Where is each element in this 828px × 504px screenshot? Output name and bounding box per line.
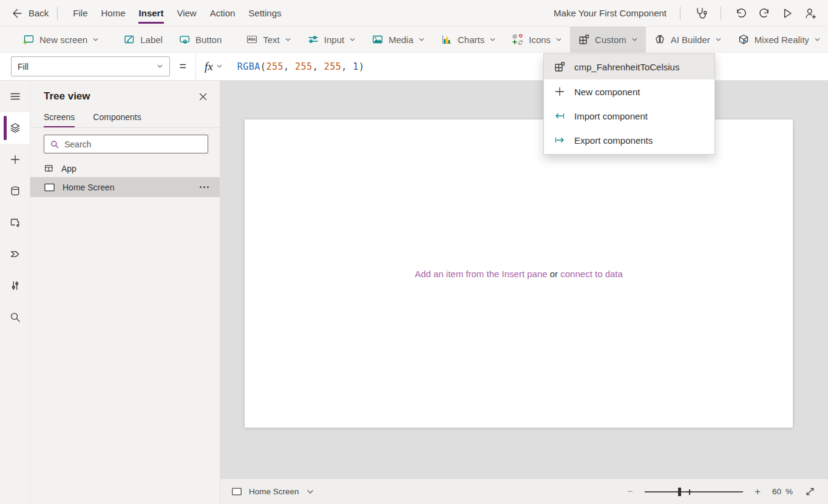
- rail-media-button[interactable]: [0, 207, 30, 238]
- connect-to-data-link[interactable]: connect to data: [560, 269, 623, 279]
- menu-action[interactable]: Action: [203, 0, 242, 27]
- canvas-column: Add an item from the Insert pane or conn…: [220, 81, 828, 504]
- rail-hamburger-button[interactable]: [0, 81, 30, 112]
- app-icon: [44, 163, 54, 173]
- menu-item-new-component[interactable]: New component: [544, 79, 714, 104]
- plus-icon: [9, 153, 21, 166]
- chevron-down-icon: [216, 63, 223, 70]
- new-screen-button[interactable]: New screen: [15, 27, 107, 53]
- formula-text[interactable]: RGBA(255, 255, 255, 1): [237, 61, 365, 72]
- ribbon-label: Icons: [529, 35, 551, 45]
- tree-tabs: Screens Components: [30, 102, 220, 128]
- button-button[interactable]: Button: [171, 27, 229, 53]
- menu-item-label: Import component: [574, 111, 648, 121]
- zoom-in-button[interactable]: +: [755, 486, 761, 498]
- export-icon: [554, 134, 566, 146]
- chevron-down-icon: [631, 36, 638, 43]
- menu-home[interactable]: Home: [95, 0, 132, 27]
- ribbon-label: Label: [140, 35, 163, 45]
- zoom-value: 60: [772, 487, 781, 496]
- undo-button[interactable]: [730, 2, 753, 25]
- share-button[interactable]: [799, 2, 822, 25]
- more-icon[interactable]: [200, 186, 209, 188]
- screen-artboard: Add an item from the Insert pane or conn…: [245, 119, 793, 428]
- menu-file[interactable]: File: [66, 0, 94, 27]
- menu-item-import-component[interactable]: Import component: [544, 104, 714, 128]
- tree-search-box[interactable]: [44, 135, 208, 153]
- chevron-down-icon: [306, 488, 314, 496]
- rail-tree-view-button[interactable]: [0, 112, 30, 144]
- tab-screens[interactable]: Screens: [44, 112, 75, 127]
- back-button[interactable]: Back: [11, 7, 49, 19]
- chevron-down-icon: [157, 63, 163, 70]
- menu-item-component[interactable]: cmp_FahrenheitToCelsius: [544, 54, 714, 79]
- media-music-icon: [9, 217, 21, 229]
- search-icon: [50, 139, 59, 149]
- tree-item-home-screen[interactable]: Home Screen: [30, 177, 220, 197]
- button-icon: [178, 33, 191, 45]
- ribbon-label: Charts: [458, 35, 484, 45]
- fit-to-window-button[interactable]: [804, 486, 816, 497]
- menu-settings[interactable]: Settings: [242, 0, 288, 27]
- topbar-right-cluster: Make Your First Component: [554, 2, 822, 25]
- custom-dropdown[interactable]: Custom: [570, 27, 646, 53]
- tree-item-label: App: [61, 164, 76, 173]
- menu-view[interactable]: View: [170, 0, 203, 27]
- ribbon-label: New screen: [39, 35, 87, 45]
- rail-data-button[interactable]: [0, 175, 30, 207]
- icons-dropdown[interactable]: Icons: [504, 27, 570, 53]
- mixed-reality-dropdown[interactable]: Mixed Reality: [730, 27, 828, 53]
- divider: [680, 7, 680, 20]
- preview-button[interactable]: [776, 2, 799, 25]
- play-icon: [781, 7, 794, 20]
- import-icon: [554, 110, 566, 122]
- rail-power-automate-button[interactable]: [0, 238, 30, 270]
- zoom-out-button[interactable]: −: [627, 486, 633, 498]
- chevron-down-icon: [814, 36, 821, 43]
- media-dropdown[interactable]: Media: [364, 27, 433, 53]
- label-button[interactable]: Label: [115, 27, 171, 53]
- app-checker-button[interactable]: [689, 2, 712, 25]
- menu-item-label: cmp_FahrenheitToCelsius: [574, 62, 679, 72]
- person-add-icon: [804, 7, 817, 20]
- undo-icon: [735, 7, 748, 20]
- divider: [57, 7, 58, 20]
- redo-icon: [758, 7, 771, 20]
- input-dropdown[interactable]: Input: [299, 27, 364, 53]
- zoom-slider[interactable]: [645, 487, 743, 497]
- fx-button[interactable]: fx: [195, 53, 231, 80]
- tree-item-label: Home Screen: [63, 183, 115, 192]
- close-button[interactable]: [199, 92, 208, 101]
- zoom-slider-handle[interactable]: [678, 488, 681, 496]
- database-icon: [9, 185, 21, 197]
- menu-insert[interactable]: Insert: [132, 0, 171, 27]
- ribbon-label: Text: [263, 35, 280, 45]
- ribbon-label: Button: [195, 35, 222, 45]
- tree-item-app[interactable]: App: [30, 160, 220, 177]
- menu-item-label: New component: [574, 87, 640, 97]
- redo-button[interactable]: [753, 2, 776, 25]
- ai-builder-dropdown[interactable]: AI Builder: [646, 27, 730, 53]
- ribbon-label: Input: [324, 35, 344, 45]
- custom-dropdown-menu: cmp_FahrenheitToCelsius New component Im…: [543, 53, 715, 155]
- hamburger-icon: [9, 90, 21, 102]
- status-bar: Home Screen − + 60 %: [220, 479, 828, 504]
- menu-item-export-components[interactable]: Export components: [544, 128, 714, 152]
- left-rail: [0, 81, 30, 504]
- screen-selector[interactable]: Home Screen: [231, 487, 314, 496]
- search-input[interactable]: [64, 139, 202, 149]
- zoom-unit: %: [786, 487, 793, 496]
- insert-pane-link[interactable]: Add an item from the Insert pane: [415, 269, 547, 279]
- media-image-icon: [372, 33, 384, 45]
- component-icon: [554, 61, 566, 73]
- chevron-down-icon: [555, 36, 562, 43]
- empty-screen-hint: Add an item from the Insert pane or conn…: [415, 269, 623, 279]
- tab-components[interactable]: Components: [93, 112, 141, 127]
- tree-view-title: Tree view: [44, 90, 90, 102]
- charts-dropdown[interactable]: Charts: [433, 27, 504, 53]
- text-dropdown[interactable]: Abc Text: [238, 27, 299, 53]
- property-selector[interactable]: Fill: [11, 56, 170, 76]
- rail-variables-button[interactable]: [0, 270, 30, 301]
- rail-search-button[interactable]: [0, 301, 30, 333]
- rail-insert-button[interactable]: [0, 144, 30, 175]
